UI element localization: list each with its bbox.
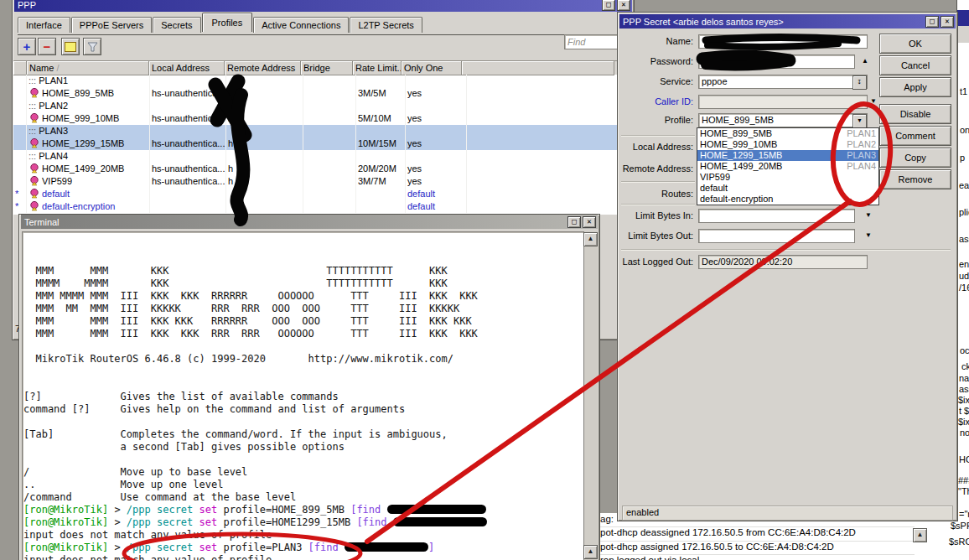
last-logged-out-field: Dec/09/2020 09:02:20 [698, 255, 868, 269]
comment-prefix-icon: ::: [28, 151, 36, 161]
background-text-fragment: t1 [960, 86, 967, 96]
sort-icon: / [54, 63, 59, 73]
log-row[interactable]: pot-dhcp deassigned 172.16.50.5 from CC:… [600, 526, 915, 537]
dropdown-item-home-1299-15mb[interactable]: HOME_1299_15MBPLAN3 [697, 150, 878, 161]
table-row-home-1499-20mb[interactable]: HOME_1499_20MBhs-unauthentica...h20M/20M… [13, 163, 618, 175]
background-text-fragment: "Th [958, 486, 969, 496]
dropdown-item-default[interactable]: default [697, 183, 878, 194]
column-header-local-address[interactable]: Local Address [149, 61, 225, 75]
terminal-titlebar[interactable]: Terminal □ ✕ [21, 215, 598, 229]
dropdown-item-default-encryption[interactable]: default-encryption [697, 194, 878, 205]
callerid-field[interactable] [698, 95, 868, 109]
table-row-home-899-5mb[interactable]: HOME_899_5MBhs-unauthentica...hs-3M/5Mye… [13, 87, 618, 100]
password-expand-icon[interactable]: ▲ [862, 57, 868, 65]
limit-bytes-out-field[interactable] [698, 229, 855, 243]
profile-icon [29, 201, 39, 211]
terminal-text: MMM MMM KKK TTTTTTTTTTT KKK MMMM MMMM KK… [23, 240, 583, 560]
limit-out-dropdown-icon[interactable]: ▼ [865, 231, 872, 239]
terminal-scroll-up-icon[interactable]: ▲ [583, 232, 598, 246]
ppp-title: PPP [18, 0, 36, 10]
column-header-gutter[interactable] [462, 61, 614, 75]
remove-button[interactable]: − [38, 38, 56, 55]
plan-tag: PLAN3 [847, 150, 876, 161]
comment-button[interactable]: Comment [879, 126, 951, 146]
tab-l2tp-secrets[interactable]: L2TP Secrets [350, 17, 422, 33]
copy-button[interactable]: Copy [879, 148, 951, 168]
apply-button[interactable]: Apply [879, 77, 951, 97]
profile-dropdown: HOME_899_5MBPLAN1HOME_999_10MBPLAN2HOME_… [697, 127, 879, 205]
limit-in-label: Limit Bytes In: [619, 210, 693, 220]
table-row-plan2[interactable]: :::PLAN2 [13, 100, 618, 112]
profile-dropdown-icon[interactable]: ▼ [852, 114, 867, 128]
cancel-button[interactable]: Cancel [879, 55, 951, 75]
dropdown-item-vip599[interactable]: VIP599 [697, 172, 878, 183]
profile-icon [29, 113, 39, 123]
dialog-titlebar[interactable]: PPP Secret <arbie delos santos reyes> □ … [619, 14, 956, 29]
column-header-remote-address[interactable]: Remote Address [225, 61, 301, 75]
column-header-bridge[interactable]: Bridge [301, 61, 353, 75]
column-header-only-one[interactable]: Only One [402, 61, 462, 75]
table-row-home-999-10mb[interactable]: HOME_999_10MBhs-unauthentica...hs5M/10My… [13, 112, 618, 125]
service-select[interactable]: pppoe [698, 75, 868, 89]
remove-button[interactable]: Remove [879, 169, 951, 189]
table-row-default[interactable]: *defaultdefault [13, 188, 618, 200]
background-text-fragment: $ix r [958, 417, 969, 427]
tab-pppoe-servers[interactable]: PPPoE Servers [71, 17, 152, 33]
tab-profiles[interactable]: Profiles [202, 13, 253, 32]
terminal-window: Terminal □ ✕ MMM MMM KKK TTTTTTTTTTT KKK… [18, 214, 600, 560]
dropdown-item-home-999-10mb[interactable]: HOME_999_10MBPLAN2 [697, 139, 878, 150]
background-text-fragment: $sPROFILE [951, 521, 969, 531]
dialog-maximize-icon[interactable]: □ [925, 16, 939, 28]
last-logged-out-label: Last Logged Out: [619, 257, 693, 267]
column-header-gutter[interactable] [13, 61, 27, 75]
service-dropdown-icon[interactable]: ↧ [852, 75, 867, 90]
dialog-title: PPP Secret <arbie delos santos reyes> [623, 17, 784, 27]
table-row-plan4[interactable]: :::PLAN4 [13, 150, 618, 163]
log-row[interactable]: pot-dhcp assigned 172.16.50.5 to CC:6E:A… [600, 541, 915, 552]
tab-secrets[interactable]: Secrets [153, 17, 200, 33]
filter-button[interactable] [83, 38, 101, 55]
maximize-icon[interactable]: □ [602, 0, 615, 11]
background-text-fragment: ude [959, 271, 969, 281]
column-header-name[interactable]: Name / [27, 61, 149, 75]
background-text-fragment: ck [961, 361, 969, 371]
profile-icon [29, 88, 39, 98]
terminal-scroll-bottom-icon[interactable]: ▲ [583, 545, 598, 559]
table-row-home-1299-15mb[interactable]: HOME_1299_15MBhs-unauthentica...h10M/15M… [13, 137, 618, 150]
limit-out-label: Limit Bytes Out: [619, 231, 693, 241]
terminal-scrollbar[interactable] [584, 231, 598, 560]
table-row-plan3[interactable]: :::PLAN3 [13, 125, 618, 137]
background-text-fragment: $ix p [958, 395, 969, 405]
comment-button[interactable] [61, 38, 80, 55]
dropdown-item-home-1499-20mb[interactable]: HOME_1499_20MBPLAN4 [697, 161, 878, 172]
close-icon[interactable]: ✕ [617, 0, 630, 11]
ppp-titlebar[interactable]: PPP □ ✕ [14, 0, 632, 12]
log-scroll-up-icon[interactable]: ▲ [913, 528, 927, 542]
dialog-close-icon[interactable]: ✕ [940, 16, 954, 28]
limit-in-dropdown-icon[interactable]: ▼ [865, 211, 872, 219]
background-window-titlebar [957, 10, 969, 26]
background-text-fragment: no [960, 428, 969, 438]
terminal-close-icon[interactable]: ✕ [583, 216, 596, 228]
table-row-default-encryption[interactable]: *default-encryptiondefault [13, 200, 618, 213]
callerid-dropdown-icon[interactable]: ▼ [870, 97, 877, 105]
censor-blob [387, 505, 486, 514]
disable-button[interactable]: Disable [879, 104, 951, 124]
ok-button[interactable]: OK [879, 34, 951, 54]
profile-select[interactable]: HOME_899_5MB [698, 113, 868, 127]
tab-active-connections[interactable]: Active Connections [253, 17, 349, 33]
profiles-table: Name /Local AddressRemote AddressBridgeR… [13, 60, 618, 215]
background-text-fragment: ass [959, 384, 969, 394]
plan-tag: PLAN1 [847, 128, 876, 139]
table-row-vip599[interactable]: VIP599hs-unauthentica...h3M/7Myes [13, 175, 618, 188]
dropdown-item-home-899-5mb[interactable]: HOME_899_5MBPLAN1 [697, 128, 878, 139]
password-field[interactable] [698, 54, 855, 69]
terminal-maximize-icon[interactable]: □ [567, 216, 581, 228]
table-row-plan1[interactable]: :::PLAN1 [13, 75, 618, 87]
add-button[interactable]: + [18, 38, 36, 55]
name-field[interactable] [698, 34, 868, 49]
column-header-rate-limit-[interactable]: Rate Limit... [353, 61, 402, 75]
limit-bytes-in-field[interactable] [698, 209, 855, 223]
log-row[interactable]: ron logged out via local [600, 554, 915, 560]
tab-interface[interactable]: Interface [18, 17, 70, 33]
